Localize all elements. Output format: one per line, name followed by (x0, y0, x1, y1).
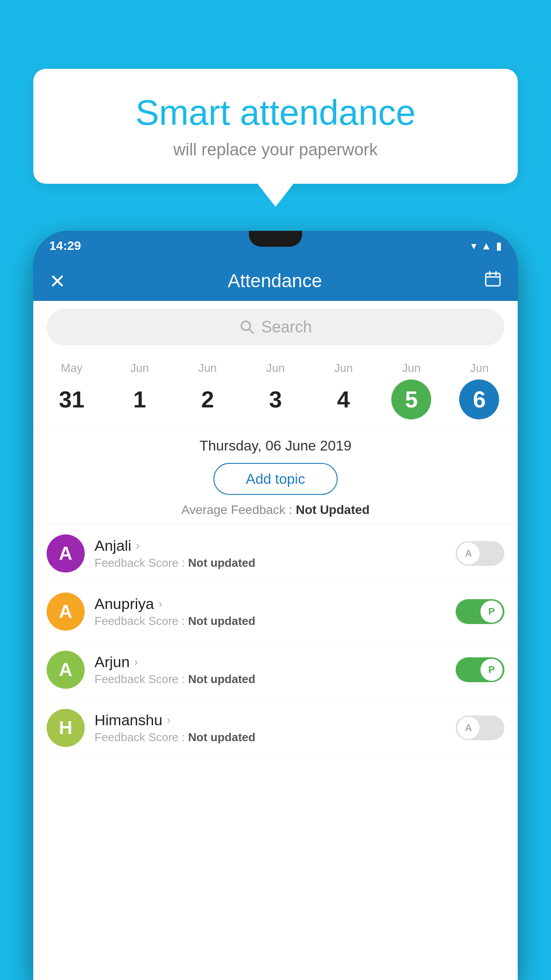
calendar-day[interactable]: May31 (38, 361, 106, 427)
attendance-toggle[interactable]: P (456, 599, 504, 624)
svg-rect-0 (486, 273, 500, 286)
bubble-title: Smart attendance (60, 93, 491, 132)
calendar-icon[interactable] (484, 270, 502, 292)
search-placeholder: Search (261, 318, 312, 336)
calendar-day[interactable]: Jun5 (378, 361, 445, 427)
add-topic-label: Add topic (246, 471, 305, 487)
student-feedback: Feedback Score : Not updated (94, 556, 446, 570)
feedback-value: Not updated (188, 731, 256, 744)
feedback-value: Not updated (188, 614, 256, 628)
calendar-month: Jun (334, 361, 353, 375)
avg-feedback-label: Average Feedback : (181, 503, 296, 517)
bubble-subtitle: will replace your paperwork (60, 140, 491, 159)
calendar-day[interactable]: Jun3 (241, 361, 309, 427)
avg-feedback-value: Not Updated (296, 503, 370, 517)
phone-screen: Search May31Jun1Jun2Jun3Jun4Jun5Jun6 Thu… (33, 301, 518, 980)
search-icon (239, 319, 255, 335)
student-name: Anupriya › (94, 595, 446, 612)
student-info: Anjali ›Feedback Score : Not updated (94, 537, 446, 570)
status-time: 14:29 (49, 239, 81, 253)
calendar-date[interactable]: 6 (459, 379, 499, 419)
calendar-date[interactable]: 31 (52, 379, 92, 419)
calendar-day[interactable]: Jun6 (445, 361, 513, 427)
calendar-row: May31Jun1Jun2Jun3Jun4Jun5Jun6 (33, 353, 518, 427)
toolbar-title: Attendance (228, 270, 322, 292)
attendance-toggle[interactable]: P (456, 657, 504, 682)
student-feedback: Feedback Score : Not updated (94, 731, 446, 744)
student-name: Anjali › (94, 537, 446, 554)
calendar-date[interactable]: 1 (120, 379, 160, 419)
calendar-month: Jun (198, 361, 217, 375)
calendar-month: Jun (402, 361, 421, 375)
student-feedback: Feedback Score : Not updated (94, 614, 446, 628)
student-row[interactable]: HHimanshu ›Feedback Score : Not updatedA (33, 699, 518, 757)
calendar-date[interactable]: 5 (391, 379, 431, 419)
student-avatar: A (47, 651, 85, 689)
speech-bubble: Smart attendance will replace your paper… (33, 69, 518, 184)
chevron-right-icon: › (134, 655, 138, 669)
chevron-right-icon: › (158, 597, 162, 611)
toolbar: ✕ Attendance (33, 261, 518, 301)
calendar-month: May (61, 361, 83, 375)
calendar-date[interactable]: 3 (256, 379, 295, 419)
student-avatar: A (47, 534, 85, 573)
add-topic-button[interactable]: Add topic (213, 463, 338, 495)
attendance-toggle[interactable]: A (456, 715, 504, 740)
calendar-month: Jun (266, 361, 285, 375)
toggle-knob: A (457, 717, 480, 739)
feedback-value: Not updated (188, 672, 256, 686)
student-row[interactable]: AArjun ›Feedback Score : Not updatedP (33, 641, 518, 699)
student-info: Arjun ›Feedback Score : Not updated (94, 653, 446, 686)
calendar-day[interactable]: Jun4 (310, 361, 378, 427)
toggle-knob: A (457, 542, 480, 565)
student-feedback: Feedback Score : Not updated (94, 672, 446, 686)
wifi-icon: ▾ (471, 240, 476, 252)
calendar-date[interactable]: 2 (188, 379, 228, 419)
student-name: Himanshu › (94, 711, 446, 729)
student-list: AAnjali ›Feedback Score : Not updatedAAA… (33, 524, 518, 757)
attendance-toggle[interactable]: A (456, 541, 504, 566)
calendar-date[interactable]: 4 (323, 379, 363, 419)
student-row[interactable]: AAnupriya ›Feedback Score : Not updatedP (33, 583, 518, 641)
student-avatar: A (47, 593, 85, 631)
svg-line-5 (249, 329, 253, 333)
student-info: Anupriya ›Feedback Score : Not updated (94, 595, 446, 628)
status-bar: 14:29 ▾ ▲ ▮ (33, 231, 518, 261)
calendar-day[interactable]: Jun2 (173, 361, 241, 427)
phone-frame: 14:29 ▾ ▲ ▮ ✕ Attendance (33, 231, 518, 980)
feedback-value: Not updated (188, 556, 256, 569)
toggle-knob: P (480, 601, 503, 623)
toggle-knob: P (480, 659, 503, 681)
calendar-day[interactable]: Jun1 (106, 361, 173, 427)
calendar-month: Jun (470, 361, 488, 375)
calendar-month: Jun (130, 361, 149, 375)
close-button[interactable]: ✕ (49, 270, 66, 292)
selected-date-label: Thursday, 06 June 2019 (33, 427, 518, 458)
chevron-right-icon: › (136, 539, 140, 553)
average-feedback: Average Feedback : Not Updated (33, 499, 518, 524)
student-name: Arjun › (94, 653, 446, 671)
search-bar: Search (33, 301, 518, 353)
status-icons: ▾ ▲ ▮ (471, 240, 502, 252)
student-avatar: H (47, 709, 85, 747)
signal-icon: ▲ (481, 240, 492, 252)
student-info: Himanshu ›Feedback Score : Not updated (94, 711, 446, 744)
search-input-wrap[interactable]: Search (47, 309, 504, 345)
battery-icon: ▮ (496, 240, 502, 252)
chevron-right-icon: › (167, 713, 171, 727)
student-row[interactable]: AAnjali ›Feedback Score : Not updatedA (33, 525, 518, 583)
